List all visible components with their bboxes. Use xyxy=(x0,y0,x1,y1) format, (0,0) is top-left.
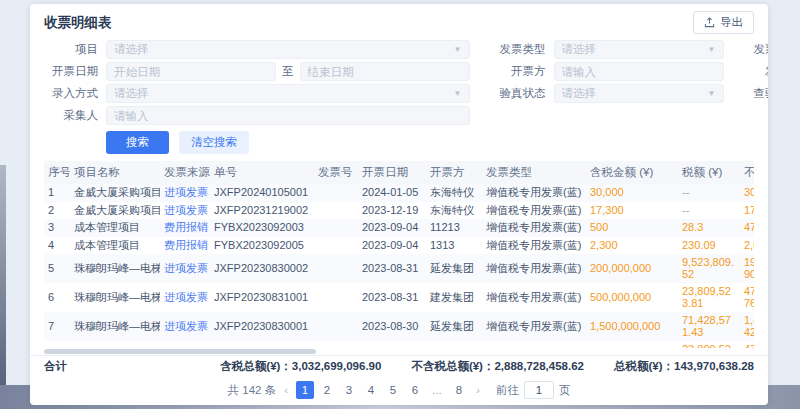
page-button-1[interactable]: 1 xyxy=(296,381,314,399)
cell-type: 增值税专用发票(蓝) xyxy=(482,184,586,202)
check-status-label: 查验状态 xyxy=(746,86,769,101)
cell-issuer: 11213 xyxy=(426,219,482,237)
cell-amount: 500 xyxy=(586,219,678,237)
invoice-source-label: 发票来源 xyxy=(746,42,769,57)
verify-status-label: 验真状态 xyxy=(492,86,546,101)
cell-project: 金威大厦采购项目 xyxy=(70,202,160,220)
cell-amount: 500,000,000 xyxy=(586,283,678,312)
cell-date: 2023-08-30 xyxy=(358,312,426,341)
cell-order_no: JXFP20240105001 xyxy=(210,184,314,202)
page-button-3[interactable]: 3 xyxy=(340,381,358,399)
column-header-11: 不含税金额 (¥) xyxy=(740,161,754,184)
table-row[interactable]: 6珠穆朗玛峰—电梯安装进项发票JXFP202308310012023-08-31… xyxy=(44,283,754,312)
cell-amount: 1,500,000,000 xyxy=(586,312,678,341)
page-ellipsis: ... xyxy=(428,381,446,399)
page-list: 123456...8 xyxy=(296,381,468,399)
clear-search-button[interactable]: 清空搜索 xyxy=(179,131,249,154)
page-button-6[interactable]: 6 xyxy=(406,381,424,399)
page-button-5[interactable]: 5 xyxy=(384,381,402,399)
filter-form: 项目 请选择 ▼ 发票类型 请选择 ▼ 发票来源 请选择 ▼ xyxy=(30,37,768,159)
field-issuer: 开票方 xyxy=(492,62,724,81)
project-label: 项目 xyxy=(44,42,98,57)
cell-date: 2024-01-05 xyxy=(358,184,426,202)
table-row[interactable]: 2金威大厦采购项目进项发票JXFP202312190022023-12-19东海… xyxy=(44,202,754,220)
cell-tax: -- xyxy=(678,202,740,220)
page-title: 收票明细表 xyxy=(44,14,112,32)
issuer-input[interactable] xyxy=(554,62,724,81)
cell-project: 成本管理项目 xyxy=(70,237,160,255)
cell-no: 3 xyxy=(44,219,70,237)
cell-net: 2,069.91 xyxy=(740,237,754,255)
cell-source: 费用报销 xyxy=(160,237,210,255)
goto-page: 前往 页 xyxy=(496,381,571,399)
cell-date: 2023-12-19 xyxy=(358,202,426,220)
cell-date: 2023-08-31 xyxy=(358,254,426,283)
date-start-input[interactable] xyxy=(106,62,276,81)
cell-net: 476,190,476.19 xyxy=(740,283,754,312)
export-button[interactable]: 导出 xyxy=(693,11,754,34)
cell-type: 增值税专用发票(蓝) xyxy=(482,283,586,312)
table-header-row: 序号项目名称发票来源单号发票号开票日期开票方发票类型含税金额 (¥)税额 (¥)… xyxy=(44,161,754,184)
cell-invoice_no xyxy=(314,312,358,341)
cell-project: 金威大厦采购项目 xyxy=(70,184,160,202)
cell-no: 7 xyxy=(44,312,70,341)
cell-tax: 230.09 xyxy=(678,237,740,255)
cell-net: 471.7 xyxy=(740,219,754,237)
cell-amount: 200,000,000 xyxy=(586,254,678,283)
collector-label: 采集人 xyxy=(44,108,98,123)
issuer-label: 开票方 xyxy=(492,64,546,79)
summary-total-label: 合计 xyxy=(44,359,67,374)
summary-tax: 总税额(¥)：143,970,638.28 xyxy=(614,359,754,374)
summary-incl-tax: 含税总额(¥)：3,032,699,096.90 xyxy=(220,359,381,374)
search-button[interactable]: 搜索 xyxy=(106,131,169,154)
page-button-8[interactable]: 8 xyxy=(450,381,468,399)
date-end-input[interactable] xyxy=(300,62,470,81)
chevron-down-icon: ▼ xyxy=(454,89,462,98)
column-header-2: 项目名称 xyxy=(70,161,160,184)
cell-issuer: 东海特仪 xyxy=(426,202,482,220)
next-page-button[interactable]: › xyxy=(474,384,482,396)
field-invoice-date: 开票日期 至 xyxy=(44,62,470,81)
cell-amount: 30,000 xyxy=(586,184,678,202)
table-row[interactable]: 5珠穆朗玛峰—电梯安装进项发票JXFP202308300022023-08-31… xyxy=(44,254,754,283)
page-button-2[interactable]: 2 xyxy=(318,381,336,399)
page-button-4[interactable]: 4 xyxy=(362,381,380,399)
table-row[interactable]: 3成本管理项目费用报销FYBX20230920032023-09-0411213… xyxy=(44,219,754,237)
horizontal-scrollbar[interactable] xyxy=(44,349,754,354)
cell-issuer: 建发集团 xyxy=(426,341,482,348)
invoice-type-select[interactable]: 请选择 ▼ xyxy=(554,40,724,59)
cell-order_no: JXFP20230830002 xyxy=(210,254,314,283)
column-header-4: 单号 xyxy=(210,161,314,184)
cell-order_no: FYBX2023092003 xyxy=(210,219,314,237)
collector-input[interactable] xyxy=(106,106,470,125)
table-row[interactable]: 4成本管理项目费用报销FYBX20230920052023-09-041313增… xyxy=(44,237,754,255)
field-entry-method: 录入方式 请选择 ▼ xyxy=(44,84,470,103)
field-invoice-type: 发票类型 请选择 ▼ xyxy=(492,40,724,59)
cell-type: 增值税专用发票(蓝) xyxy=(482,237,586,255)
project-select[interactable]: 请选择 ▼ xyxy=(106,40,470,59)
invoice-table-container: 序号项目名称发票来源单号发票号开票日期开票方发票类型含税金额 (¥)税额 (¥)… xyxy=(44,161,754,348)
cell-net: 1,428,571,428.57 xyxy=(740,312,754,341)
table-row[interactable]: 8珠穆朗玛峰—电梯安装进项发票JXFP202308300032023-08-30… xyxy=(44,341,754,348)
entry-method-select[interactable]: 请选择 ▼ xyxy=(106,84,470,103)
cell-project: 珠穆朗玛峰—电梯安装 xyxy=(70,312,160,341)
table-row[interactable]: 1金威大厦采购项目进项发票JXFP202401050012024-01-05东海… xyxy=(44,184,754,202)
cell-invoice_no xyxy=(314,237,358,255)
prev-page-button[interactable]: ‹ xyxy=(282,384,290,396)
table-body: 1金威大厦采购项目进项发票JXFP202401050012024-01-05东海… xyxy=(44,184,754,348)
summary-row: 合计 含税总额(¥)：3,032,699,096.90 不含税总额(¥)：2,8… xyxy=(30,355,768,377)
column-header-8: 发票类型 xyxy=(482,161,586,184)
cell-net: 30,000 xyxy=(740,184,754,202)
verify-status-select[interactable]: 请选择 ▼ xyxy=(554,84,724,103)
cell-amount: 500,000,000 xyxy=(586,341,678,348)
cell-tax: -- xyxy=(678,184,740,202)
cell-source: 进项发票 xyxy=(160,254,210,283)
goto-label: 前往 xyxy=(496,383,519,398)
table-row[interactable]: 7珠穆朗玛峰—电梯安装进项发票JXFP202308300012023-08-30… xyxy=(44,312,754,341)
date-separator: 至 xyxy=(282,64,294,79)
cell-amount: 17,300 xyxy=(586,202,678,220)
goto-page-input[interactable] xyxy=(524,381,554,399)
cell-order_no: JXFP20231219002 xyxy=(210,202,314,220)
scrollbar-thumb[interactable] xyxy=(44,349,316,354)
cell-date: 2023-09-04 xyxy=(358,237,426,255)
